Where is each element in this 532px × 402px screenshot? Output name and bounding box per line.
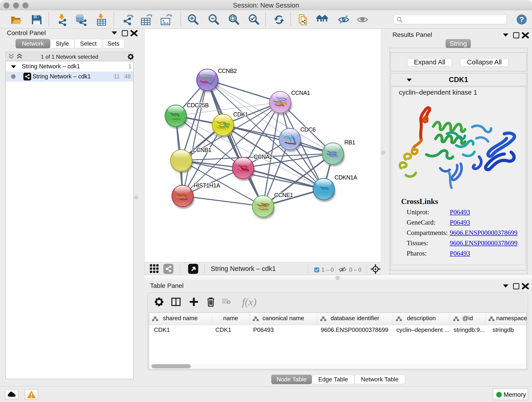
svg-text:CCNA2: CCNA2 xyxy=(254,153,272,160)
svg-text:CCNB2: CCNB2 xyxy=(218,68,237,74)
svg-text:HIST1H1A: HIST1H1A xyxy=(194,182,220,189)
svg-text:CCNA1: CCNA1 xyxy=(291,89,310,96)
svg-text:RB1: RB1 xyxy=(344,139,355,146)
svg-text:CDK1: CDK1 xyxy=(233,111,248,118)
svg-text:CCNE1: CCNE1 xyxy=(274,192,293,198)
svg-text:CDKN1A: CDKN1A xyxy=(335,174,357,181)
svg-text:CCNB1: CCNB1 xyxy=(192,147,211,153)
svg-text:CDC6: CDC6 xyxy=(300,126,316,133)
svg-text:CDC25B: CDC25B xyxy=(187,102,209,108)
